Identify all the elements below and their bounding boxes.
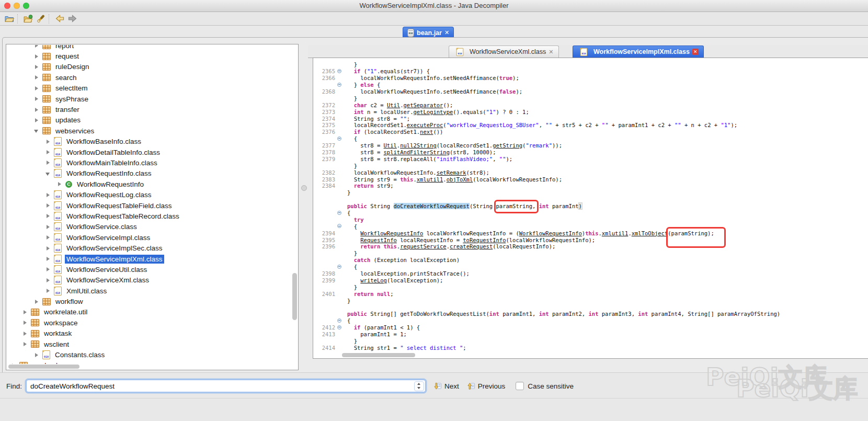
find-next-button[interactable]: Next [434, 382, 459, 390]
search-icon[interactable] [35, 13, 47, 25]
tree-vertical-scrollbar[interactable] [292, 273, 297, 320]
code-link[interactable]: null2String [400, 142, 437, 149]
chevron-right-icon[interactable] [22, 310, 29, 315]
tree-item-workflowmaintableinfo-class[interactable]: WorkflowMainTableInfo.class [7, 157, 291, 168]
code-link[interactable]: WorkflowRequestInfo [360, 230, 423, 236]
tree-item-workflowrequesttablefield-class[interactable]: WorkflowRequestTableField.class [7, 200, 291, 211]
code-link[interactable]: setRemark [437, 169, 466, 176]
tree-item-workflowserviceimplsec-class[interactable]: WorkflowServiceImplSec.class [7, 243, 291, 253]
chevron-right-icon[interactable] [45, 160, 52, 165]
tab-workflowserviceimplxml-class[interactable]: WorkflowServiceImplXml.class ✕ [573, 45, 704, 58]
code-link[interactable]: executeProc [407, 122, 443, 128]
chevron-right-icon[interactable] [34, 45, 40, 48]
chevron-right-icon[interactable] [45, 192, 52, 198]
tree-item-workrelate-util[interactable]: workrelate.util [7, 307, 291, 317]
fold-collapse-icon[interactable] [335, 264, 344, 270]
tree-item-worktask[interactable]: worktask [7, 328, 291, 339]
close-icon[interactable]: ✕ [692, 49, 699, 55]
chevron-right-icon[interactable] [45, 246, 52, 251]
chevron-right-icon[interactable] [45, 213, 52, 219]
tree-item-updates[interactable]: updates [7, 115, 291, 126]
tree-item-search[interactable]: search [7, 72, 291, 83]
tree-item-workflowbaseinfo-class[interactable]: WorkflowBaseInfo.class [7, 136, 291, 147]
tree-item-constants-class[interactable]: Constants.class [7, 349, 291, 360]
code-link[interactable]: objToXml [447, 176, 473, 183]
tree-item-workflowrequestinfo[interactable]: WorkflowRequestInfo [7, 179, 291, 189]
tree-item-workflow[interactable]: workflow [7, 296, 291, 306]
code-link[interactable]: toRequestInfo [463, 237, 506, 243]
tree-horizontal-scrollbar[interactable] [8, 365, 79, 369]
tree-item-xmlutil-class[interactable]: XmlUtil.class [7, 286, 291, 296]
chevron-right-icon[interactable] [34, 54, 40, 59]
chevron-right-icon[interactable] [57, 181, 63, 187]
code-link[interactable]: RequestInfo [360, 237, 397, 243]
tree-item-workflowservice-class[interactable]: WorkflowService.class [7, 222, 291, 232]
tab-bean-jar[interactable]: bean.jar ✕ [403, 27, 454, 38]
code-link[interactable]: createRequest [450, 243, 493, 249]
tree-item-sysphrase[interactable]: sysPhrase [7, 94, 291, 104]
code-link[interactable]: getLogintype [413, 109, 453, 115]
find-previous-button[interactable]: Previous [467, 382, 506, 390]
tree-item-webservices[interactable]: webservices [7, 126, 291, 136]
chevron-right-icon[interactable] [45, 256, 52, 261]
chevron-right-icon[interactable] [34, 352, 40, 358]
chevron-right-icon[interactable] [45, 203, 52, 208]
code-link[interactable]: getString [493, 142, 522, 149]
chevron-right-icon[interactable] [34, 107, 40, 112]
zoom-window-button[interactable] [23, 3, 29, 9]
tree-item-report[interactable]: report [7, 45, 291, 51]
chevron-right-icon[interactable] [22, 342, 29, 347]
chevron-right-icon[interactable] [22, 331, 29, 336]
chevron-right-icon[interactable] [34, 64, 40, 70]
fold-collapse-icon[interactable] [335, 317, 344, 324]
chevron-right-icon[interactable] [45, 278, 52, 283]
find-history-stepper[interactable] [414, 381, 424, 391]
tree-item-workflowserviceimpl-class[interactable]: WorkflowServiceImpl.class [7, 232, 291, 243]
fold-collapse-icon[interactable] [335, 223, 344, 230]
chevron-right-icon[interactable] [45, 139, 52, 144]
tab-workflowservicexml-class[interactable]: WorkflowServiceXml.class ✕ [449, 45, 559, 58]
code-link[interactable]: xmlutil1 [602, 230, 629, 236]
chevron-down-icon[interactable] [45, 171, 52, 176]
chevron-right-icon[interactable] [34, 86, 40, 91]
code-link[interactable]: writeLog [360, 277, 387, 283]
tree-item-selectitem[interactable]: selectItem [7, 83, 291, 94]
tree-item-workflowrequestlog-class[interactable]: WorkflowRequestLog.class [7, 189, 291, 200]
code-link[interactable]: requestService [400, 243, 447, 249]
case-sensitive-checkbox[interactable] [516, 382, 524, 390]
close-window-button[interactable] [4, 3, 10, 9]
chevron-right-icon[interactable] [34, 75, 40, 80]
tree-item-workflowdetailtableinfo-class[interactable]: WorkflowDetailTableInfo.class [7, 147, 291, 157]
tree-item-ruledesign[interactable]: ruleDesign [7, 62, 291, 72]
tree-item-workflowrequestinfo-class[interactable]: WorkflowRequestInfo.class [7, 168, 291, 179]
tree-item-workflowserviceutil-class[interactable]: WorkflowServiceUtil.class [7, 264, 291, 275]
code-link[interactable]: xmlutil1 [417, 176, 443, 183]
tree-item-workflowserviceimplxml-class[interactable]: WorkflowServiceImplXml.class [7, 254, 291, 264]
chevron-down-icon[interactable] [34, 128, 40, 133]
tree-item-wscheck[interactable]: wscheck [7, 360, 291, 364]
fold-collapse-icon[interactable] [335, 68, 344, 75]
tree-item-workspace[interactable]: workspace [7, 317, 291, 328]
code-link[interactable]: xmlToObject [632, 230, 668, 236]
chevron-right-icon[interactable] [11, 363, 17, 364]
open-type-icon[interactable] [22, 13, 35, 25]
fold-collapse-icon[interactable] [335, 135, 344, 142]
close-icon[interactable]: ✕ [549, 49, 553, 55]
chevron-right-icon[interactable] [34, 299, 40, 304]
code-link[interactable]: Util [387, 102, 400, 108]
tree-item-request[interactable]: request [7, 51, 291, 61]
forward-icon[interactable] [66, 13, 78, 25]
fold-collapse-icon[interactable] [335, 210, 344, 217]
tree-item-workflowrequesttablerecord-class[interactable]: WorkflowRequestTableRecord.class [7, 211, 291, 221]
chevron-right-icon[interactable] [45, 235, 52, 240]
chevron-right-icon[interactable] [34, 96, 40, 101]
chevron-right-icon[interactable] [34, 118, 40, 123]
open-file-icon[interactable] [3, 13, 16, 25]
chevron-right-icon[interactable] [22, 320, 29, 325]
code-link[interactable]: WorkflowRequestInfo [519, 230, 582, 236]
code-horizontal-scrollbar[interactable] [342, 353, 415, 357]
find-input[interactable] [27, 380, 414, 392]
tree-item-transfer[interactable]: transfer [7, 104, 291, 115]
minimize-window-button[interactable] [14, 3, 20, 9]
code-link[interactable]: getSeparator [404, 102, 443, 108]
